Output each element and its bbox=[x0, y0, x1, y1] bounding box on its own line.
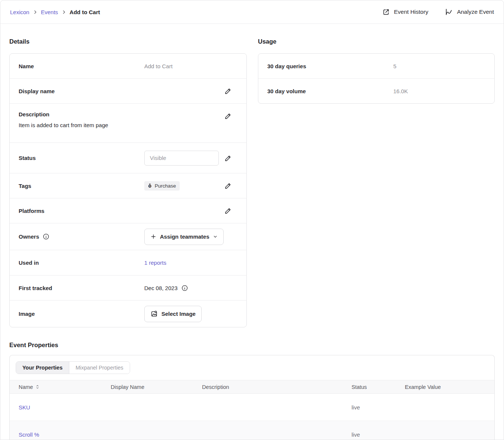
main-content: Details Name Add to Cart Display name bbox=[0, 24, 504, 440]
event-properties-section: Event Properties Your Properties Mixpane… bbox=[9, 342, 495, 440]
column-header-display-name: Display Name bbox=[102, 384, 193, 390]
status-select[interactable]: Visible bbox=[144, 151, 219, 166]
column-header-description: Description bbox=[193, 384, 343, 390]
chevron-right-icon bbox=[33, 10, 38, 15]
svg-text:$: $ bbox=[149, 185, 150, 187]
pencil-icon bbox=[224, 112, 232, 120]
tab-mixpanel-properties[interactable]: Mixpanel Properties bbox=[69, 362, 130, 374]
sort-icon[interactable] bbox=[35, 384, 40, 389]
pencil-icon bbox=[224, 87, 232, 95]
edit-display-name-button[interactable] bbox=[224, 87, 232, 95]
usage-row-volume: 30 day volume 16.0K bbox=[258, 78, 494, 103]
column-header-name[interactable]: Name bbox=[10, 384, 102, 390]
queries-value: 5 bbox=[393, 63, 485, 69]
external-link-icon bbox=[382, 8, 390, 16]
volume-label: 30 day volume bbox=[267, 88, 393, 94]
pencil-icon bbox=[224, 207, 232, 215]
event-history-label: Event History bbox=[394, 9, 428, 15]
detail-row-platforms: Platforms bbox=[10, 198, 246, 223]
properties-table-header: Name Display Name Description Status Exa… bbox=[10, 380, 494, 394]
table-row-sku[interactable]: SKU live bbox=[10, 394, 494, 421]
edit-platforms-button[interactable] bbox=[224, 207, 232, 215]
usage-card: 30 day queries 5 30 day volume 16.0K bbox=[258, 53, 495, 104]
image-label: Image bbox=[19, 311, 144, 317]
first-tracked-label: First tracked bbox=[19, 285, 144, 291]
details-card: Name Add to Cart Display name Descriptio… bbox=[9, 53, 247, 327]
details-title: Details bbox=[9, 38, 247, 45]
volume-value: 16.0K bbox=[393, 88, 485, 94]
info-icon[interactable] bbox=[181, 285, 188, 292]
chevron-right-icon bbox=[62, 10, 66, 15]
detail-row-used-in: Used in 1 reports bbox=[10, 250, 246, 275]
platforms-label: Platforms bbox=[19, 208, 144, 214]
status-label: Status bbox=[19, 155, 144, 161]
breadcrumb-current-event: Add to Cart bbox=[70, 9, 100, 15]
tag-chip-purchase[interactable]: $ Purchase bbox=[144, 181, 180, 191]
breadcrumb-lexicon[interactable]: Lexicon bbox=[10, 9, 29, 15]
event-properties-card: Your Properties Mixpanel Properties Name… bbox=[9, 355, 495, 440]
chevron-down-icon bbox=[213, 234, 218, 239]
name-value: Add to Cart bbox=[144, 63, 237, 69]
detail-row-first-tracked: First tracked Dec 08, 2023 bbox=[10, 275, 246, 300]
event-properties-title: Event Properties bbox=[9, 342, 495, 349]
display-name-label: Display name bbox=[19, 88, 144, 94]
first-tracked-value: Dec 08, 2023 bbox=[144, 285, 177, 291]
money-bag-icon: $ bbox=[147, 183, 152, 189]
breadcrumb: Lexicon Events Add to Cart bbox=[10, 9, 100, 15]
analyze-event-label: Analyze Event bbox=[457, 9, 494, 15]
top-bar: Lexicon Events Add to Cart Event Hist bbox=[0, 0, 504, 24]
assign-teammates-label: Assign teammates bbox=[160, 233, 210, 240]
select-image-label: Select Image bbox=[161, 311, 196, 317]
analyze-event-button[interactable]: Analyze Event bbox=[445, 8, 494, 16]
name-label: Name bbox=[19, 63, 144, 69]
detail-row-image: Image Select Image bbox=[10, 300, 246, 327]
property-link[interactable]: SKU bbox=[19, 404, 30, 411]
description-label: Description bbox=[19, 111, 144, 117]
table-row-scroll-pct[interactable]: Scroll % live bbox=[10, 421, 494, 440]
column-header-status: Status bbox=[343, 384, 396, 390]
assign-teammates-button[interactable]: Assign teammates bbox=[144, 229, 224, 245]
description-value: Item is added to cart from item page bbox=[19, 122, 224, 128]
lexicon-event-detail-page: Lexicon Events Add to Cart Event Hist bbox=[0, 0, 504, 440]
pencil-icon bbox=[224, 154, 232, 162]
image-icon bbox=[150, 310, 158, 318]
usage-title: Usage bbox=[258, 38, 495, 45]
line-chart-icon bbox=[445, 8, 453, 16]
topbar-actions: Event History Analyze Event bbox=[382, 8, 494, 16]
breadcrumb-events[interactable]: Events bbox=[41, 9, 58, 15]
detail-row-tags: Tags $ Purchase bbox=[10, 173, 246, 198]
column-header-example-value: Example Value bbox=[396, 384, 494, 390]
plus-icon bbox=[150, 233, 157, 240]
tag-label: Purchase bbox=[155, 183, 176, 189]
used-in-label: Used in bbox=[19, 260, 144, 266]
detail-row-description: Description Item is added to cart from i… bbox=[10, 103, 246, 142]
usage-section: Usage 30 day queries 5 30 day volume 16.… bbox=[258, 38, 495, 327]
status-cell: live bbox=[343, 404, 396, 411]
property-link[interactable]: Scroll % bbox=[19, 431, 39, 438]
tab-your-properties[interactable]: Your Properties bbox=[16, 362, 69, 374]
event-history-button[interactable]: Event History bbox=[382, 8, 428, 16]
select-image-button[interactable]: Select Image bbox=[144, 306, 202, 322]
usage-row-queries: 30 day queries 5 bbox=[258, 54, 494, 78]
info-icon[interactable] bbox=[42, 233, 50, 240]
detail-row-owners: Owners Assign teammates bbox=[10, 223, 246, 250]
edit-description-button[interactable] bbox=[224, 112, 232, 120]
tags-label: Tags bbox=[19, 183, 144, 189]
edit-status-button[interactable] bbox=[224, 154, 232, 162]
edit-tags-button[interactable] bbox=[224, 182, 232, 190]
detail-row-status: Status Visible bbox=[10, 142, 246, 173]
detail-row-name: Name Add to Cart bbox=[10, 54, 246, 78]
detail-row-display-name: Display name bbox=[10, 78, 246, 103]
reports-link[interactable]: 1 reports bbox=[144, 260, 166, 266]
properties-tabs: Your Properties Mixpanel Properties bbox=[16, 361, 130, 374]
pencil-icon bbox=[224, 182, 232, 190]
queries-label: 30 day queries bbox=[267, 63, 393, 69]
owners-label: Owners bbox=[19, 233, 39, 240]
status-cell: live bbox=[343, 431, 396, 438]
properties-table: Name Display Name Description Status Exa… bbox=[10, 380, 494, 440]
details-section: Details Name Add to Cart Display name bbox=[9, 38, 247, 327]
